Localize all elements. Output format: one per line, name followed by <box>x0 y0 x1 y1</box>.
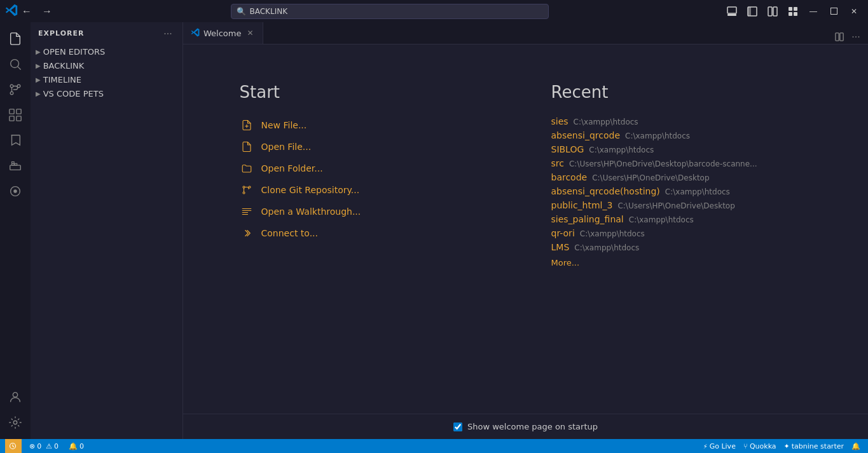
svg-rect-1 <box>727 14 736 16</box>
sidebar-more-button[interactable]: ··· <box>161 27 175 41</box>
recent-item-sies-paling-final[interactable]: sies_paling_final C:\xampp\htdocs <box>551 212 812 226</box>
nav-back-button[interactable]: ← <box>18 3 36 20</box>
sidebar-item-vscodepets[interactable]: ▶ VS CODE PETS <box>31 86 183 100</box>
remote-indicator[interactable] <box>5 439 22 453</box>
error-warning-count[interactable]: ⊗ 0 ⚠ 0 <box>27 439 61 453</box>
panel-toggle-button[interactable] <box>723 3 741 20</box>
chevron-icon: ▶ <box>36 76 41 83</box>
nav-forward-button[interactable]: → <box>38 3 56 20</box>
content-area: Welcome ✕ ··· Start <box>183 22 868 439</box>
sidebar-item-label: OPEN EDITORS <box>43 47 106 57</box>
recent-item-barcode[interactable]: barcode C:\Users\HP\OneDrive\Desktop <box>551 170 812 184</box>
recent-item-absensi-qrcode[interactable]: absensi_qrcode C:\xampp\htdocs <box>551 128 812 142</box>
recent-item-src[interactable]: src C:\Users\HP\OneDrive\Desktop\barcode… <box>551 156 812 170</box>
sidebar-header: EXPLORER ··· <box>31 22 183 44</box>
sidebar-item-timeline[interactable]: ▶ TIMELINE <box>31 72 183 86</box>
go-live-icon: ⚡ <box>703 443 708 450</box>
recent-column: Recent sies C:\xampp\htdocs absensi_qrco… <box>551 83 812 267</box>
activity-item-bookmarks[interactable] <box>4 129 27 152</box>
quokka-icon: ⑂ <box>743 442 748 450</box>
split-editor-button[interactable] <box>832 30 846 44</box>
signal-count[interactable]: 🔔 0 <box>66 439 86 453</box>
recent-item-absensi-hosting[interactable]: absensi_qrcode(hosting) C:\xampp\htdocs <box>551 184 812 198</box>
status-bar: ⊗ 0 ⚠ 0 🔔 0 ⚡ Go Live ⑂ Quokka ✦ tabnine… <box>0 439 868 453</box>
open-file-item[interactable]: Open File... <box>240 136 500 158</box>
show-welcome-checkbox[interactable] <box>453 423 462 431</box>
titlebar: ← → 🔍 BACKLINK — ✕ <box>0 0 868 22</box>
svg-rect-10 <box>830 8 837 15</box>
layout-toggle-button[interactable] <box>764 3 782 20</box>
activity-item-docker[interactable] <box>4 154 27 177</box>
recent-item-siblog[interactable]: SIBLOG C:\xampp\htdocs <box>551 142 812 156</box>
open-folder-item[interactable]: Open Folder... <box>240 158 500 179</box>
chevron-icon: ▶ <box>36 48 41 55</box>
sidebar-item-label: VS CODE PETS <box>43 89 104 98</box>
sidebar-item-backlink[interactable]: ▶ BACKLINK <box>31 58 183 72</box>
connect-to-icon <box>240 226 254 240</box>
grid-layout-button[interactable] <box>784 3 802 20</box>
recent-item-sies[interactable]: sies C:\xampp\htdocs <box>551 114 812 128</box>
recent-path: C:\xampp\htdocs <box>665 187 730 196</box>
sidebar-item-label: BACKLINK <box>43 61 85 71</box>
svg-point-11 <box>11 60 19 68</box>
svg-rect-27 <box>836 33 839 41</box>
activity-item-accounts[interactable] <box>4 386 27 409</box>
quokka-label: Quokka <box>750 442 776 450</box>
activity-item-source-control[interactable] <box>4 78 27 101</box>
sidebar-toggle-button[interactable] <box>743 3 761 20</box>
recent-name: src <box>551 158 564 168</box>
more-link[interactable]: More... <box>551 258 812 267</box>
maximize-button[interactable] <box>825 3 843 20</box>
recent-path: C:\xampp\htdocs <box>574 118 638 126</box>
status-right: ⚡ Go Live ⑂ Quokka ✦ tabnine starter 🔔 <box>701 439 863 453</box>
welcome-page: Start New File... Open File... <box>183 44 868 414</box>
activity-item-explorer[interactable] <box>4 27 27 50</box>
recent-name: qr-ori <box>551 228 575 238</box>
recent-name: barcode <box>551 172 588 182</box>
svg-point-24 <box>13 189 17 193</box>
svg-rect-17 <box>10 116 14 121</box>
activity-bar-bottom <box>4 386 27 434</box>
open-walkthrough-label: Open a Walkthrough... <box>261 206 361 217</box>
error-icon: ⊗ <box>29 442 35 450</box>
clone-git-item[interactable]: Clone Git Repository... <box>240 179 500 201</box>
activity-item-settings[interactable] <box>4 411 27 434</box>
new-file-label: New File... <box>261 120 307 130</box>
svg-rect-22 <box>12 162 15 164</box>
activity-item-extensions[interactable] <box>4 104 27 126</box>
svg-rect-8 <box>789 12 792 16</box>
signal-icon: 🔔 <box>69 442 78 450</box>
recent-item-lms[interactable]: LMS C:\xampp\htdocs <box>551 240 812 254</box>
close-button[interactable]: ✕ <box>845 3 863 20</box>
go-live-button[interactable]: ⚡ Go Live <box>701 439 738 453</box>
command-search[interactable]: 🔍 BACKLINK <box>231 4 549 19</box>
show-welcome-label[interactable]: Show welcome page on startup <box>467 422 598 431</box>
notification-bell[interactable]: 🔔 <box>849 439 863 453</box>
activity-item-remote[interactable] <box>4 180 27 203</box>
recent-path: C:\xampp\htdocs <box>580 229 645 238</box>
tab-close-button[interactable]: ✕ <box>245 28 255 38</box>
editor-more-actions-button[interactable]: ··· <box>849 30 863 44</box>
tab-bar-right: ··· <box>827 30 868 44</box>
quokka-button[interactable]: ⑂ Quokka <box>741 439 779 453</box>
recent-item-qr-ori[interactable]: qr-ori C:\xampp\htdocs <box>551 226 812 240</box>
svg-rect-6 <box>789 7 792 11</box>
svg-rect-3 <box>748 7 751 16</box>
recent-name: absensi_qrcode(hosting) <box>551 186 660 196</box>
connect-to-item[interactable]: Connect to... <box>240 222 500 244</box>
recent-item-public-html-3[interactable]: public_html_3 C:\Users\HP\OneDrive\Deskt… <box>551 198 812 212</box>
tab-welcome[interactable]: Welcome ✕ <box>183 22 263 44</box>
titlebar-left <box>5 4 18 19</box>
chevron-icon: ▶ <box>36 62 41 69</box>
sidebar-sections: ▶ OPEN EDITORS ▶ BACKLINK ▶ TIMELINE ▶ V… <box>31 44 183 100</box>
svg-rect-21 <box>15 163 17 165</box>
recent-title: Recent <box>551 83 812 102</box>
tabnine-button[interactable]: ✦ tabnine starter <box>782 439 846 453</box>
new-file-item[interactable]: New File... <box>240 114 500 136</box>
start-title: Start <box>240 83 500 102</box>
open-walkthrough-item[interactable]: Open a Walkthrough... <box>240 201 500 222</box>
tabnine-icon: ✦ <box>784 442 790 450</box>
sidebar-item-open-editors[interactable]: ▶ OPEN EDITORS <box>31 44 183 58</box>
activity-item-search[interactable] <box>4 53 27 76</box>
minimize-button[interactable]: — <box>804 3 822 20</box>
